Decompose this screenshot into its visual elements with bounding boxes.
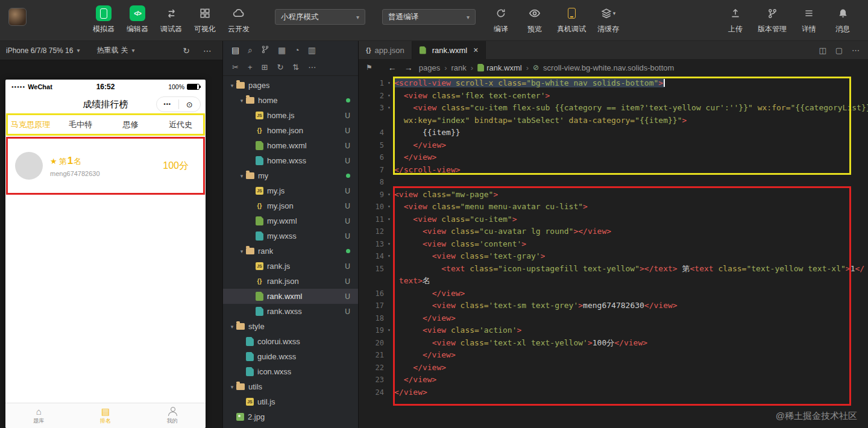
hot-reload-toggle[interactable]: 热重载 关 ▾ [96,45,134,55]
tree-file-guide.wxss[interactable]: guide.wxss [223,349,358,364]
code-row[interactable]: 4 {{item}} [359,127,868,139]
debugger-button[interactable]: 调试器 [154,0,188,34]
code-row[interactable]: 21 </view> [359,349,868,362]
category-tab-jindaishi[interactable]: 近代史 [156,119,206,130]
device-select[interactable]: iPhone 6/7/8 75% 16 ▾ [6,46,80,55]
blocks-icon[interactable]: ▦ [278,45,286,55]
code-row[interactable]: 16 </view> [359,288,868,300]
code-row[interactable]: 15 <text class="icon-upstagefill text-ye… [359,263,868,275]
layout-icon[interactable]: ▢ [835,46,843,55]
user-avatar[interactable] [8,8,27,26]
tree-file-util.js[interactable]: JSutil.js [223,394,358,409]
fold-chevron-icon[interactable]: ▾ [384,77,394,90]
breadcrumb-selector[interactable]: scroll-view.bg-white.nav.solids-bottom [543,63,674,72]
fold-chevron-icon[interactable]: ▾ [384,213,394,226]
breadcrumb-file[interactable]: rank.wxml [477,63,522,72]
back-icon[interactable]: ← [386,63,398,72]
tree-file-my.js[interactable]: JSmy.jsU [223,183,358,198]
new-folder-icon[interactable]: ⊞ [262,63,268,72]
code-row[interactable]: 19▾ <view class='action'> [359,324,868,337]
compile-button[interactable]: 编译 [484,0,518,34]
capsule-more-icon[interactable]: ••• [157,101,178,107]
compile-mode-select[interactable]: 普通编译 ▾ [382,9,476,25]
code-row[interactable]: 24</view> [359,386,868,399]
code-row[interactable]: 11▾ <view class="cu-item"> [359,213,868,226]
code-row[interactable]: 3▾ <view class="cu-item flex-sub {{categ… [359,102,868,115]
fold-chevron-icon[interactable]: ▾ [384,189,394,201]
tree-folder-home[interactable]: ▾home [223,93,358,108]
code-row[interactable]: 6 </view> [359,151,868,164]
tree-file-icon.wxss[interactable]: icon.wxss [223,364,358,379]
simulator-more-icon[interactable]: ⋯ [198,46,216,55]
search-icon[interactable]: ⌕ [248,45,253,55]
tree-file-my.wxml[interactable]: my.wxmlU [223,213,358,228]
code-row[interactable]: 2▾ <view class='flex text-center'> [359,90,868,102]
tree-file-home.wxss[interactable]: home.wxssU [223,153,358,168]
version-control-button[interactable]: 版本管理 [752,0,792,34]
refresh-icon[interactable]: ↻ [277,63,283,72]
forward-icon[interactable]: → [403,63,415,72]
code-row[interactable]: wx:key="index" bindtap='tabSelect' data-… [359,115,868,127]
tree-file-colorui.wxss[interactable]: colorui.wxss [223,334,358,349]
details-button[interactable]: 详情 [792,0,826,34]
mode-select[interactable]: 小程序模式 ▾ [275,9,365,25]
code-row[interactable]: 23 </view> [359,374,868,386]
upload-button[interactable]: 上传 [719,0,752,34]
code-row[interactable]: 13▾ <view class='content'> [359,238,868,251]
rank-list-item[interactable]: ★ 第 1 名 meng674782630 100分 [5,138,206,194]
fold-chevron-icon[interactable]: ▾ [384,324,394,337]
tab-rank-wxml[interactable]: rank.wxml × [412,41,486,59]
tab-mine[interactable]: 我的 [139,403,206,428]
code-row[interactable]: 7</scroll-view> [359,164,868,177]
code-editor[interactable]: 1▾<scroll-view scroll-x class="bg-white … [359,76,868,428]
fold-chevron-icon[interactable]: ▾ [384,90,394,102]
code-row[interactable]: 14▾ <view class='text-gray'> [359,250,868,263]
code-row[interactable]: 17 <view class='text-sm text-grey'>meng6… [359,300,868,312]
fold-chevron-icon[interactable]: ▾ [384,201,394,213]
preview-button[interactable]: 预览 [518,0,552,34]
tree-file-rank.wxml[interactable]: rank.wxmlU [223,289,358,304]
bookmark-icon[interactable]: ⚑ [366,63,373,72]
tree-folder-utils[interactable]: ▾utils [223,379,358,394]
tree-folder-pages[interactable]: ▾pages [223,78,358,93]
tab-question-bank[interactable]: ⌂ 题库 [5,403,72,428]
capsule-close-icon[interactable]: ⊙ [179,101,201,109]
more-icon[interactable]: ⋯ [308,63,316,72]
code-row[interactable]: 5 </view> [359,139,868,152]
close-icon[interactable]: × [473,46,478,54]
tree-file-my.json[interactable]: {}my.jsonU [223,198,358,213]
code-row[interactable]: 12 <view class="cu-avatar lg round"></vi… [359,225,868,238]
editor-button[interactable]: </> 编辑器 [121,0,154,34]
code-row[interactable]: 22 </view> [359,362,868,374]
tree-folder-my[interactable]: ▾my [223,168,358,183]
category-tab-makesi[interactable]: 马克思原理 [5,119,55,130]
tab-app-json[interactable]: {} app.json [359,41,412,59]
new-file-icon[interactable]: + [248,63,253,72]
category-tab-maozhongte[interactable]: 毛中特 [55,119,105,130]
clear-cache-button[interactable]: ▾ 清缓存 [591,0,625,34]
cloud-dev-button[interactable]: 云开发 [222,0,256,34]
code-row[interactable]: 10▾ <view class="menu menu-avatar cu-lis… [359,201,868,213]
fold-chevron-icon[interactable]: ▾ [384,250,394,263]
visualization-button[interactable]: 可视化 [188,0,222,34]
tree-folder-style[interactable]: ▾style [223,319,358,334]
code-row[interactable]: 18 </view> [359,312,868,325]
fold-chevron-icon[interactable]: ▾ [384,102,394,115]
files-view-icon[interactable]: ▤ [231,45,239,55]
tree-folder-rank[interactable]: ▾rank [223,244,358,259]
sort-icon[interactable]: ⇅ [292,63,299,72]
tree-file-rank.json[interactable]: {}rank.jsonU [223,274,358,289]
status-disc-icon[interactable]: ◔ [294,45,299,55]
device-debug-button[interactable]: 真机调试 [552,0,591,34]
cut-icon[interactable]: ✂ [232,63,239,72]
split-editor-icon[interactable]: ◫ [819,46,826,55]
simulator-refresh-icon[interactable]: ↻ [178,46,195,55]
tree-file-my.wxss[interactable]: my.wxssU [223,228,358,244]
tree-file-home.js[interactable]: JShome.jsU [223,108,358,123]
code-row[interactable]: 1▾<scroll-view scroll-x class="bg-white … [359,77,868,90]
tree-file-home.json[interactable]: {}home.jsonU [223,123,358,138]
fold-chevron-icon[interactable]: ▾ [384,238,394,251]
code-row[interactable]: text>名 [359,275,868,288]
breadcrumb-rank[interactable]: rank [451,63,467,72]
category-tab-sixiu[interactable]: 思修 [105,119,156,130]
